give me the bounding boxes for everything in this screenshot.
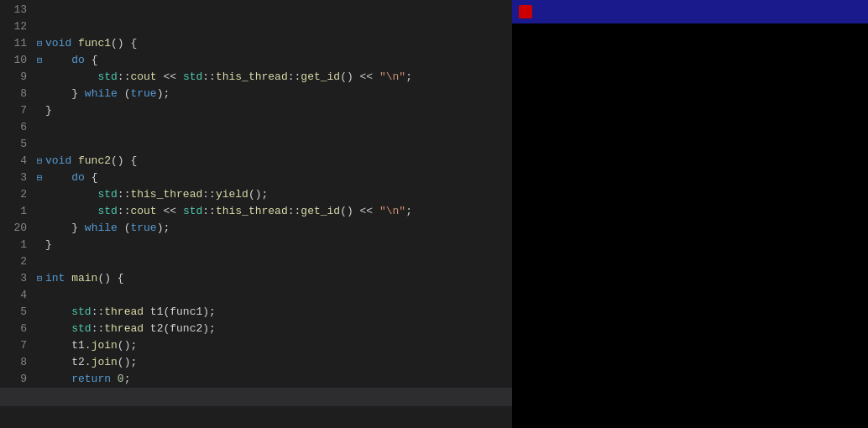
fold-icon[interactable]: ⊟ (34, 170, 45, 186)
token-plain: (); (248, 188, 268, 201)
token-kw: true (130, 222, 156, 234)
line-number: 13 (0, 2, 34, 18)
token-str: "\n" (379, 70, 405, 83)
code-line: 5 std::thread t1(func1); (0, 304, 512, 321)
token-plain: t1(func1); (144, 305, 216, 318)
console-icon (519, 5, 532, 18)
token-fn: this_thread (216, 205, 288, 217)
line-number: 8 (0, 86, 34, 102)
code-line: 7} (0, 102, 512, 119)
token-kw: do (71, 171, 91, 184)
fold-icon[interactable]: ⊟ (34, 52, 45, 69)
token-fn: cout (130, 205, 156, 217)
line-number: 10 (0, 52, 34, 69)
code-content: void func1() { (45, 35, 512, 52)
console-output (512, 23, 868, 428)
token-plain: :: (118, 205, 131, 217)
token-num: 0 (118, 373, 124, 385)
token-plain: } (45, 238, 52, 251)
token-kw: true (130, 87, 156, 100)
line-number: 4 (0, 287, 34, 304)
code-content: } while (true); (45, 86, 512, 102)
code-content: do { (45, 52, 512, 69)
code-content: std::this_thread::yield(); (45, 186, 512, 203)
code-content: } (45, 237, 512, 253)
code-line: 7 t1.join(); (0, 337, 512, 354)
console-panel (512, 0, 868, 428)
code-editor-panel: 131211⊟void func1() {10⊟ do {9 std::cout… (0, 0, 512, 428)
token-plain: } (45, 104, 52, 117)
code-line: 12 (0, 18, 512, 35)
line-number: 11 (0, 35, 34, 52)
code-content: return 0; (45, 371, 512, 388)
code-line: 8 t2.join(); (0, 354, 512, 371)
token-plain: :: (92, 322, 105, 335)
token-plain: } (71, 87, 85, 100)
code-line: 4 (0, 287, 512, 304)
token-ns: std (71, 305, 91, 318)
token-plain: :: (288, 205, 301, 217)
token-plain: t2. (71, 356, 91, 368)
line-number: 3 (0, 270, 34, 287)
token-plain: } (71, 222, 85, 234)
line-number: 3 (0, 170, 34, 186)
token-kw: do (71, 54, 91, 66)
token-fn: main (71, 272, 97, 284)
code-content: } (45, 102, 512, 119)
token-plain: { (92, 171, 98, 184)
token-plain: :: (118, 188, 131, 201)
token-kw: void (45, 37, 78, 50)
code-content: void func2() { (45, 153, 512, 170)
fold-icon[interactable]: ⊟ (34, 270, 45, 287)
code-line: 9 std::cout << std::this_thread::get_id(… (0, 69, 512, 86)
token-kw: void (45, 154, 78, 167)
token-fn: thread (104, 305, 144, 318)
fold-icon[interactable]: ⊟ (34, 153, 45, 170)
code-line: 3⊟int main() { (0, 270, 512, 287)
line-number: 6 (0, 321, 34, 337)
token-fn: cout (130, 70, 156, 83)
line-number: 9 (0, 371, 34, 388)
token-plain: { (92, 54, 98, 66)
token-plain: << (157, 205, 183, 217)
line-number: 5 (0, 304, 34, 321)
token-fn: thread (104, 322, 144, 335)
token-plain: () { (111, 37, 137, 50)
line-number: 1 (0, 203, 34, 220)
line-number: 7 (0, 102, 34, 119)
code-line: 2 std::this_thread::yield(); (0, 186, 512, 203)
status-bar (0, 388, 512, 406)
fold-icon[interactable]: ⊟ (34, 35, 45, 52)
token-fn: join (92, 339, 118, 352)
code-line: 20 } while (true); (0, 220, 512, 237)
token-plain: ; (405, 205, 412, 217)
token-plain: t1. (71, 339, 91, 352)
code-line: 13 (0, 2, 512, 18)
code-line: 11⊟void func1() { (0, 35, 512, 52)
token-plain: () { (111, 154, 137, 167)
token-kw: while (85, 222, 124, 234)
token-fn: join (92, 356, 118, 368)
token-plain: () { (97, 272, 123, 284)
token-plain: :: (202, 70, 216, 83)
code-line: 1} (0, 237, 512, 253)
token-plain: :: (118, 70, 131, 83)
code-line: 8 } while (true); (0, 86, 512, 102)
line-number: 8 (0, 354, 34, 371)
line-number: 7 (0, 337, 34, 354)
line-number: 12 (0, 18, 34, 35)
token-plain: (); (118, 339, 137, 352)
token-ns: std (97, 205, 117, 217)
token-ns: std (97, 70, 117, 83)
token-fn: this_thread (130, 188, 202, 201)
line-number: 2 (0, 186, 34, 203)
code-line: 4⊟void func2() { (0, 153, 512, 170)
code-line: 6 (0, 119, 512, 136)
token-str: "\n" (379, 205, 405, 217)
token-plain: ); (157, 222, 170, 234)
token-fn: this_thread (216, 70, 288, 83)
token-fn: yield (216, 188, 248, 201)
code-line: 10⊟ do { (0, 52, 512, 69)
line-number: 1 (0, 237, 34, 253)
code-content: std::thread t1(func1); (45, 304, 512, 321)
